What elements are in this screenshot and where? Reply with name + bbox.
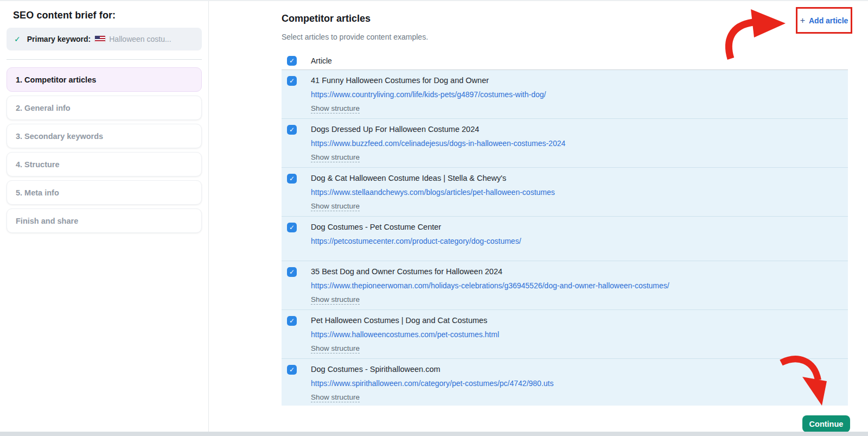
primary-keyword-label: Primary keyword: — [27, 35, 91, 43]
sidebar-step-label: 1. Competitor articles — [16, 75, 96, 84]
sidebar-step-item[interactable]: 2. General info — [7, 96, 202, 120]
article-row: ✓ Dog & Cat Halloween Costume Ideas | St… — [282, 167, 848, 216]
article-row: ✓ Dog Costumes - Spirithalloween.com htt… — [282, 358, 848, 407]
add-article-label: Add article — [809, 16, 848, 25]
page-subtitle: Select articles to provide content examp… — [282, 33, 428, 41]
article-checkbox[interactable]: ✓ — [287, 365, 297, 375]
article-checkbox[interactable]: ✓ — [287, 76, 297, 86]
article-title: 35 Best Dog and Owner Costumes for Hallo… — [311, 267, 669, 276]
show-structure-link[interactable]: Show structure — [311, 104, 360, 113]
article-checkbox[interactable]: ✓ — [287, 316, 297, 326]
article-row-body: Pet Halloween Costumes | Dog and Cat Cos… — [311, 316, 499, 353]
primary-keyword-value: Halloween costu... — [109, 35, 171, 43]
article-column-header: Article — [311, 56, 332, 65]
sidebar: SEO content brief for: ✓ Primary keyword… — [0, 1, 209, 432]
article-checkbox[interactable]: ✓ — [287, 223, 297, 232]
article-checkbox[interactable]: ✓ — [287, 174, 297, 184]
add-article-highlight-box: + Add article — [796, 7, 852, 34]
article-url-link[interactable]: https://www.spirithalloween.com/category… — [311, 379, 553, 388]
continue-button[interactable]: Continue — [802, 415, 850, 432]
show-structure-link[interactable]: Show structure — [311, 393, 360, 402]
table-header-row: ✓ Article — [282, 52, 848, 70]
article-checkbox[interactable]: ✓ — [287, 125, 297, 135]
article-checkbox[interactable]: ✓ — [287, 267, 297, 277]
sidebar-steps: 1. Competitor articles 2. General info 3… — [7, 67, 202, 233]
article-row: ✓ Dogs Dressed Up For Halloween Costume … — [282, 118, 848, 167]
bottom-edge — [0, 432, 868, 436]
article-url-link[interactable]: https://www.thepioneerwoman.com/holidays… — [311, 281, 669, 290]
show-structure-link[interactable]: Show structure — [311, 295, 360, 305]
sidebar-step-label: Finish and share — [16, 217, 78, 225]
sidebar-step-item[interactable]: 1. Competitor articles — [7, 67, 202, 92]
article-row-body: 41 Funny Halloween Costumes for Dog and … — [311, 76, 546, 113]
divider — [7, 59, 202, 60]
article-url-link[interactable]: https://petcostumecenter.com/product-cat… — [311, 237, 521, 245]
article-title: Pet Halloween Costumes | Dog and Cat Cos… — [311, 316, 499, 325]
article-row-body: Dog & Cat Halloween Costume Ideas | Stel… — [311, 174, 555, 211]
seo-content-brief-page: SEO content brief for: ✓ Primary keyword… — [0, 0, 868, 436]
article-url-link[interactable]: https://www.stellaandchewys.com/blogs/ar… — [311, 188, 555, 197]
article-title: Dog Costumes - Spirithalloween.com — [311, 365, 553, 374]
add-article-button[interactable]: + Add article — [800, 16, 848, 26]
sidebar-step-item[interactable]: 3. Secondary keywords — [7, 124, 202, 148]
primary-keyword-chip: ✓ Primary keyword: Halloween costu... — [7, 28, 202, 50]
competitor-articles-table: ✓ Article ✓ 41 Funny Halloween Costumes … — [282, 52, 848, 432]
article-url-link[interactable]: https://www.buzzfeed.com/celinadejesus/d… — [311, 139, 565, 148]
show-structure-link[interactable]: Show structure — [311, 344, 360, 353]
main-panel: Competitor articles Select articles to p… — [209, 1, 868, 436]
check-icon: ✓ — [14, 35, 21, 43]
article-title: Dog & Cat Halloween Costume Ideas | Stel… — [311, 174, 555, 182]
select-all-checkbox[interactable]: ✓ — [287, 56, 297, 66]
article-row-body: Dogs Dressed Up For Halloween Costume 20… — [311, 125, 565, 162]
article-row-body: Dog Costumes - Pet Costume Center https:… — [311, 223, 521, 250]
sidebar-step-label: 5. Meta info — [16, 188, 59, 197]
sidebar-step-label: 4. Structure — [16, 160, 60, 169]
article-title: Dog Costumes - Pet Costume Center — [311, 223, 521, 231]
article-title: Dogs Dressed Up For Halloween Costume 20… — [311, 125, 565, 134]
article-url-link[interactable]: https://www.countryliving.com/life/kids-… — [311, 90, 546, 99]
article-row-body: Dog Costumes - Spirithalloween.com https… — [311, 365, 553, 402]
article-row: ✓ Pet Halloween Costumes | Dog and Cat C… — [282, 309, 848, 358]
us-flag-icon — [95, 36, 105, 42]
page-title: Competitor articles — [282, 13, 371, 24]
plus-icon: + — [800, 16, 805, 26]
sidebar-step-item[interactable]: 5. Meta info — [7, 180, 202, 205]
article-row: ✓ 41 Funny Halloween Costumes for Dog an… — [282, 70, 848, 118]
article-rows: ✓ 41 Funny Halloween Costumes for Dog an… — [282, 70, 848, 432]
show-structure-link[interactable]: Show structure — [311, 153, 360, 162]
article-row: ✓ 35 Best Dog and Owner Costumes for Hal… — [282, 261, 848, 309]
sidebar-step-item[interactable]: 4. Structure — [7, 152, 202, 176]
article-row-body: 35 Best Dog and Owner Costumes for Hallo… — [311, 267, 669, 305]
article-title: 41 Funny Halloween Costumes for Dog and … — [311, 76, 546, 85]
footer-bar — [209, 406, 868, 432]
sidebar-step-item[interactable]: Finish and share — [7, 208, 202, 233]
article-row: ✓ Dog Costumes - Pet Costume Center http… — [282, 216, 848, 261]
sidebar-title: SEO content brief for: — [7, 10, 202, 21]
sidebar-step-label: 2. General info — [16, 104, 71, 112]
article-url-link[interactable]: https://www.halloweencostumes.com/pet-co… — [311, 330, 499, 339]
sidebar-step-label: 3. Secondary keywords — [16, 132, 103, 141]
show-structure-link[interactable]: Show structure — [311, 202, 360, 211]
